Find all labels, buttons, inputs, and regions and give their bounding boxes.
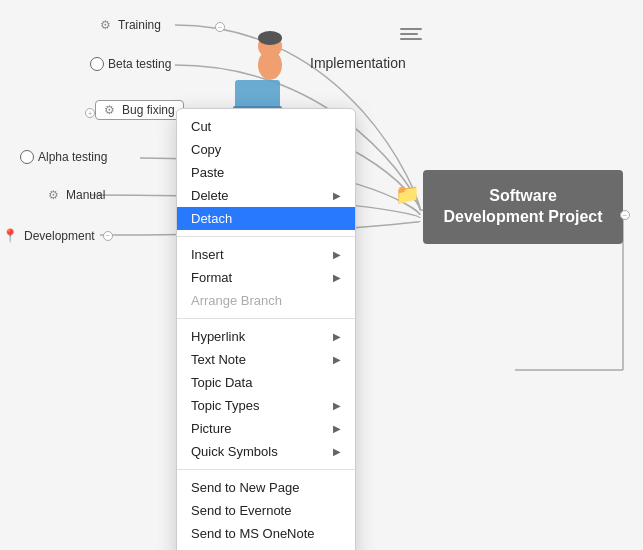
gear-icon-2: ⚙ xyxy=(104,103,118,117)
menu-arrange-branch: Arrange Branch xyxy=(177,289,355,312)
gear-icon-3: ⚙ xyxy=(48,188,62,202)
arrow-icon: ▶ xyxy=(333,190,341,201)
person-icon xyxy=(230,30,300,113)
arrow-icon-7: ▶ xyxy=(333,423,341,434)
svg-rect-3 xyxy=(235,80,280,108)
menu-text-note[interactable]: Text Note ▶ xyxy=(177,348,355,371)
arrow-icon-2: ▶ xyxy=(333,249,341,260)
menu-picture[interactable]: Picture ▶ xyxy=(177,417,355,440)
menu-detach[interactable]: Detach xyxy=(177,207,355,230)
menu-group-3: Hyperlink ▶ Text Note ▶ Topic Data Topic… xyxy=(177,323,355,465)
menu-send-evernote[interactable]: Send to Evernote xyxy=(177,499,355,522)
circle-icon xyxy=(90,57,104,71)
node-beta-testing[interactable]: Beta testing xyxy=(90,57,171,71)
arrow-icon-5: ▶ xyxy=(333,354,341,365)
menu-cut[interactable]: Cut xyxy=(177,115,355,138)
bug-fixing-box[interactable]: ⚙ Bug fixing xyxy=(95,100,184,120)
divider-3 xyxy=(177,469,355,470)
arrow-icon-6: ▶ xyxy=(333,400,341,411)
menu-topic-types[interactable]: Topic Types ▶ xyxy=(177,394,355,417)
expand-training[interactable]: − xyxy=(215,22,225,32)
collapse-right[interactable]: − xyxy=(620,210,630,220)
expand-bug-fixing-left[interactable]: + xyxy=(85,108,95,118)
folder-icon: 📁 xyxy=(395,182,420,206)
arrow-icon-8: ▶ xyxy=(333,446,341,457)
menu-format[interactable]: Format ▶ xyxy=(177,266,355,289)
menu-group-1: Cut Copy Paste Delete ▶ Detach xyxy=(177,113,355,232)
menu-send-outlook[interactable]: Send to MS Outlook xyxy=(177,545,355,550)
circle-icon-2 xyxy=(20,150,34,164)
menu-insert[interactable]: Insert ▶ xyxy=(177,243,355,266)
node-bug-fixing[interactable]: ⚙ Bug fixing xyxy=(95,100,184,120)
menu-group-4: Send to New Page Send to Evernote Send t… xyxy=(177,474,355,550)
svg-point-7 xyxy=(258,31,282,45)
divider-1 xyxy=(177,236,355,237)
node-training[interactable]: ⚙ Training xyxy=(100,18,161,32)
divider-2 xyxy=(177,318,355,319)
lines-decoration xyxy=(400,28,422,40)
menu-topic-data[interactable]: Topic Data xyxy=(177,371,355,394)
gear-icon: ⚙ xyxy=(100,18,114,32)
central-node[interactable]: Software Development Project xyxy=(423,170,623,244)
menu-quick-symbols[interactable]: Quick Symbols ▶ xyxy=(177,440,355,463)
pin-icon: 📍 xyxy=(2,228,18,243)
arrow-icon-4: ▶ xyxy=(333,331,341,342)
context-menu: Cut Copy Paste Delete ▶ Detach Insert ▶ … xyxy=(176,108,356,550)
menu-paste[interactable]: Paste xyxy=(177,161,355,184)
implementation-label: Implementation xyxy=(310,55,406,71)
menu-copy[interactable]: Copy xyxy=(177,138,355,161)
svg-point-8 xyxy=(262,58,278,66)
menu-delete[interactable]: Delete ▶ xyxy=(177,184,355,207)
menu-hyperlink[interactable]: Hyperlink ▶ xyxy=(177,325,355,348)
arrow-icon-3: ▶ xyxy=(333,272,341,283)
node-alpha-testing[interactable]: Alpha testing xyxy=(20,150,107,164)
expand-circle[interactable]: − xyxy=(103,231,113,241)
node-development[interactable]: 📍 Development − xyxy=(2,228,113,243)
menu-group-2: Insert ▶ Format ▶ Arrange Branch xyxy=(177,241,355,314)
menu-send-onenote[interactable]: Send to MS OneNote xyxy=(177,522,355,545)
node-manual[interactable]: ⚙ Manual xyxy=(48,188,105,202)
menu-send-new-page[interactable]: Send to New Page xyxy=(177,476,355,499)
